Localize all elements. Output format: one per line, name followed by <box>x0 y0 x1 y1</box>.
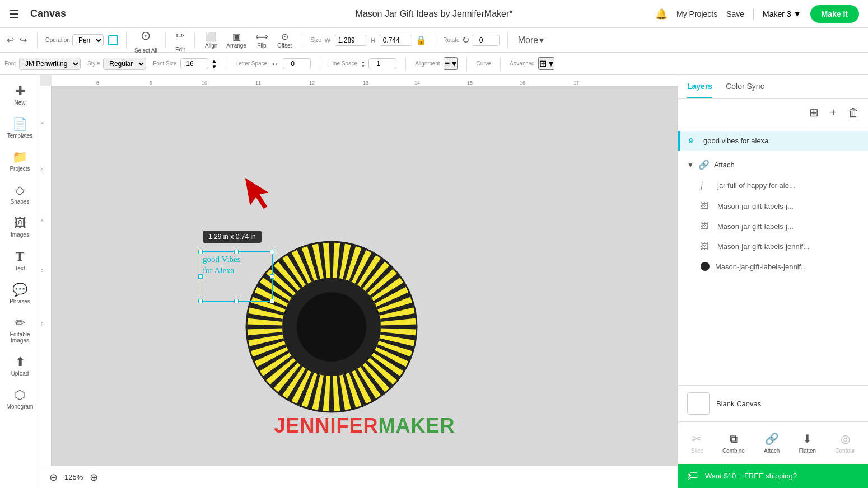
tab-color-sync[interactable]: Color Sync <box>726 75 764 98</box>
resize-handle-mid-right[interactable] <box>270 274 274 279</box>
blank-canvas-thumbnail[interactable] <box>687 392 710 415</box>
sidebar-item-new[interactable]: ✚ New <box>2 79 38 110</box>
slice-action[interactable]: ✂ Slice <box>685 429 709 457</box>
ruler-mark-v2: 3 <box>41 167 43 172</box>
ruler-vertical: 2 3 4 5 6 <box>40 86 52 488</box>
resize-handle-top-left[interactable] <box>198 250 203 254</box>
maker-select[interactable]: Maker 3 ▼ <box>763 10 801 18</box>
rotate-label: Rotate <box>443 37 459 43</box>
flatten-action[interactable]: ⬇ Flatten <box>794 429 822 457</box>
canvas-text-element[interactable]: good Vibes for Alexa <box>200 251 273 302</box>
document-title[interactable]: Mason Jar Gift Ideas by JenniferMaker* <box>355 9 512 19</box>
sidebar-item-editable-images[interactable]: ✏ Editable Images <box>2 311 38 348</box>
jennifermaker-watermark: JENNIFERMAKER <box>274 414 455 438</box>
shapes-icon: ◇ <box>15 183 25 198</box>
save-button[interactable]: Save <box>726 10 744 18</box>
letter-space-group: Letter Space ↔ <box>235 58 311 69</box>
rotate-input[interactable] <box>472 35 500 46</box>
tab-layers[interactable]: Layers <box>687 75 712 98</box>
undo-button[interactable]: ↩ <box>4 32 16 48</box>
alignment-button[interactable]: ≡ ▾ <box>444 57 458 70</box>
redo-button[interactable]: ↪ <box>17 32 29 48</box>
edit-button[interactable]: ✏ <box>174 27 186 44</box>
lock-icon[interactable]: 🔒 <box>416 35 427 45</box>
ruler-mark-11: 11 <box>255 80 261 86</box>
delete-layer-button[interactable]: 🗑 <box>846 104 861 121</box>
nav-divider <box>753 8 754 20</box>
advanced-button[interactable]: ⊞ ▾ <box>538 57 554 70</box>
resize-handle-bottom-left[interactable] <box>198 299 203 303</box>
jm-red-text: JENNIFER <box>274 414 378 437</box>
operation-select[interactable]: Pen <box>72 34 104 46</box>
sublayer-item-3[interactable]: 🖼 Mason-jar-gift-labels-jennif... <box>687 236 859 256</box>
sidebar-item-images[interactable]: 🖼 Images <box>2 212 38 242</box>
font-size-input[interactable] <box>180 58 208 69</box>
resize-handle-bottom-right[interactable] <box>270 299 274 303</box>
zoom-out-button[interactable]: ⊖ <box>49 471 58 484</box>
more-chevron-icon: ▾ <box>539 35 544 45</box>
canvas-content[interactable]: 1.29 in x 0.74 in good Vibes fo <box>52 86 678 466</box>
resize-handle-bottom-mid[interactable] <box>234 299 239 303</box>
combine-action[interactable]: ⧉ Combine <box>717 429 750 457</box>
make-it-button[interactable]: Make It <box>810 5 859 23</box>
sidebar-item-upload[interactable]: ⬆ Upload <box>2 350 38 381</box>
resize-handle-top-right[interactable] <box>270 250 274 254</box>
pen-color-swatch[interactable] <box>108 35 118 45</box>
select-all-button[interactable]: ⊙ <box>138 26 153 45</box>
line-space-input[interactable] <box>368 58 396 69</box>
resize-handle-mid-left[interactable] <box>198 274 203 279</box>
sublayer-item-2[interactable]: 🖼 Mason-jar-gift-labels-j... <box>687 216 859 236</box>
sublayer-item-1[interactable]: 🖼 Mason-jar-gift-labels-j... <box>687 196 859 216</box>
size-w-input[interactable] <box>334 35 367 46</box>
images-icon: 🖼 <box>14 216 26 231</box>
attach-header[interactable]: ▼ 🔗 Attach <box>687 155 859 175</box>
sidebar-item-shapes[interactable]: ◇ Shapes <box>2 179 38 209</box>
font-size-spinner[interactable]: ▲▼ <box>212 58 217 70</box>
sidebar-item-projects[interactable]: 📁 Projects <box>2 146 38 176</box>
curve-label: Curve <box>476 60 491 67</box>
rotate-icon: ↻ <box>462 35 469 45</box>
projects-label: Projects <box>10 166 30 172</box>
sublayer-item-4[interactable]: Mason-jar-gift-labels-jennif... <box>687 256 859 276</box>
svg-point-51 <box>297 292 366 362</box>
font-select[interactable]: JM Penwriting <box>19 58 81 70</box>
arrange-button[interactable]: ▣ Arrange <box>224 29 249 51</box>
ruler-mark-13: 13 <box>363 80 368 86</box>
offset-button[interactable]: ⊙ Offset <box>275 29 295 51</box>
letter-space-icon: ↔ <box>270 59 279 69</box>
toolbar2-sep-3 <box>405 57 406 71</box>
letter-space-input[interactable] <box>283 58 311 69</box>
align-button[interactable]: ⬜ Align <box>203 29 220 51</box>
my-projects-link[interactable]: My Projects <box>676 10 717 18</box>
sidebar-item-templates[interactable]: 📄 Templates <box>2 112 38 143</box>
style-select[interactable]: Regular <box>103 58 146 70</box>
flip-button[interactable]: ⟺ Flip <box>253 29 270 51</box>
hamburger-menu[interactable]: ☰ <box>9 7 19 21</box>
select-all-group: ⊙ Select All <box>134 26 157 54</box>
alignment-group: Alignment ≡ ▾ <box>415 57 458 70</box>
ruler-mark-9: 9 <box>150 80 152 86</box>
more-button[interactable]: More ▾ <box>516 32 546 48</box>
notification-bell-icon[interactable]: 🔔 <box>655 8 668 20</box>
combine-label: Combine <box>722 448 745 454</box>
contour-action[interactable]: ◎ Contour <box>829 429 861 457</box>
sidebar-item-text[interactable]: T Text <box>2 245 38 276</box>
bottom-actions: ✂ Slice ⧉ Combine 🔗 Attach ⬇ Flatten ◎ C… <box>678 421 868 464</box>
edit-group: ✏ Edit <box>174 27 186 53</box>
group-layers-button[interactable]: ⊞ <box>807 104 821 121</box>
sublayer-icon-1: 🖼 <box>701 201 712 210</box>
attach-action[interactable]: 🔗 Attach <box>758 429 785 457</box>
layer-item-main[interactable]: 9 good vibes for alexa <box>678 131 868 151</box>
sublayer-item-0[interactable]: j jar full of happy for ale... <box>687 175 859 196</box>
promo-banner[interactable]: 🏷 Want $10 + FREE shipping? <box>678 464 868 488</box>
canvas-area[interactable]: 8 9 10 11 12 13 14 15 16 17 2 3 4 5 6 1.… <box>40 75 678 488</box>
resize-handle-top-mid[interactable] <box>234 250 239 254</box>
add-layer-button[interactable]: + <box>828 104 839 121</box>
sidebar-item-monogram[interactable]: ⬡ Monogram <box>2 383 38 414</box>
font-size-label: Font Size <box>153 60 176 67</box>
zoom-in-button[interactable]: ⊕ <box>90 471 98 484</box>
toolbar2: Font JM Penwriting Style Regular Font Si… <box>0 53 868 75</box>
sidebar-item-phrases[interactable]: 💬 Phrases <box>2 278 38 309</box>
ruler-mark-16: 16 <box>520 80 525 86</box>
size-h-input[interactable] <box>379 35 412 46</box>
